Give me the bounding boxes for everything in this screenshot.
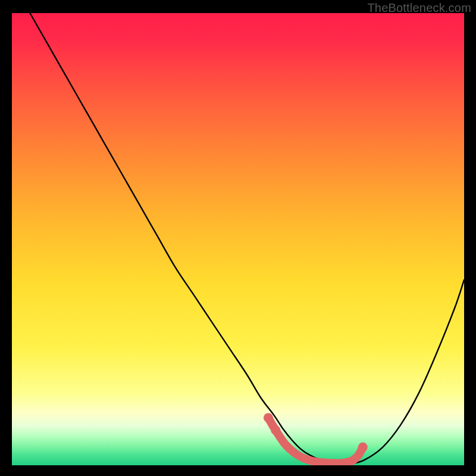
- bottleneck-chart: [12, 13, 464, 465]
- highlight-dot: [271, 425, 280, 435]
- chart-frame: [12, 13, 464, 465]
- highlight-dot: [264, 413, 273, 422]
- highlight-dot: [358, 443, 368, 452]
- gradient-background: [12, 13, 464, 465]
- watermark-label: TheBottleneck.com: [367, 1, 471, 15]
